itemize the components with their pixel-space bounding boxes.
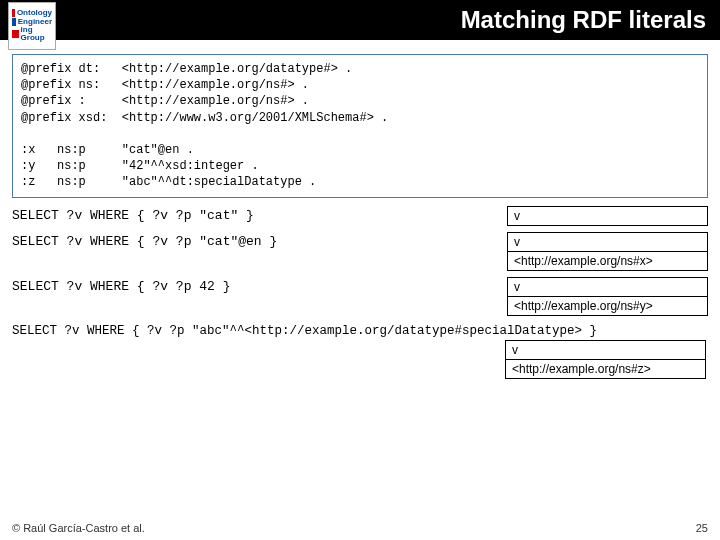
page-number: 25 xyxy=(696,522,708,534)
query-text: SELECT ?v WHERE { ?v ?p "cat"@en } xyxy=(12,232,277,249)
copyright: © Raúl García-Castro et al. xyxy=(12,522,145,534)
query-text: SELECT ?v WHERE { ?v ?p "cat" } xyxy=(12,206,254,223)
table-row: <http://example.org/ns#z> xyxy=(506,359,706,378)
result-table: v <http://example.org/ns#y> xyxy=(507,277,708,316)
table-head: v xyxy=(508,232,708,251)
code-block: @prefix dt: <http://example.org/datatype… xyxy=(12,54,708,198)
table-row: <http://example.org/ns#x> xyxy=(508,251,708,270)
query-row-4: v <http://example.org/ns#z> xyxy=(0,340,706,379)
footer: © Raúl García-Castro et al. 25 xyxy=(12,522,708,534)
square-icon xyxy=(12,9,15,17)
square-icon xyxy=(12,18,16,26)
result-table: v xyxy=(507,206,708,226)
query-row-2: SELECT ?v WHERE { ?v ?p "cat"@en } v <ht… xyxy=(12,232,708,271)
query-text: SELECT ?v WHERE { ?v ?p "abc"^^<http://e… xyxy=(12,324,708,338)
table-head: v xyxy=(506,340,706,359)
query-row-1: SELECT ?v WHERE { ?v ?p "cat" } v xyxy=(12,206,708,226)
table-head: v xyxy=(508,277,708,296)
logo-text-3: ing Group xyxy=(21,26,52,43)
result-table: v <http://example.org/ns#x> xyxy=(507,232,708,271)
page-title: Matching RDF literals xyxy=(461,6,706,34)
table-head: v xyxy=(508,206,708,225)
slide-header: Ontology Engineer ing Group Matching RDF… xyxy=(0,0,720,40)
query-row-3: SELECT ?v WHERE { ?v ?p 42 } v <http://e… xyxy=(12,277,708,316)
logo: Ontology Engineer ing Group xyxy=(8,2,56,50)
table-row: <http://example.org/ns#y> xyxy=(508,296,708,315)
query-text: SELECT ?v WHERE { ?v ?p 42 } xyxy=(12,277,230,294)
result-table: v <http://example.org/ns#z> xyxy=(505,340,706,379)
square-icon xyxy=(12,30,19,38)
